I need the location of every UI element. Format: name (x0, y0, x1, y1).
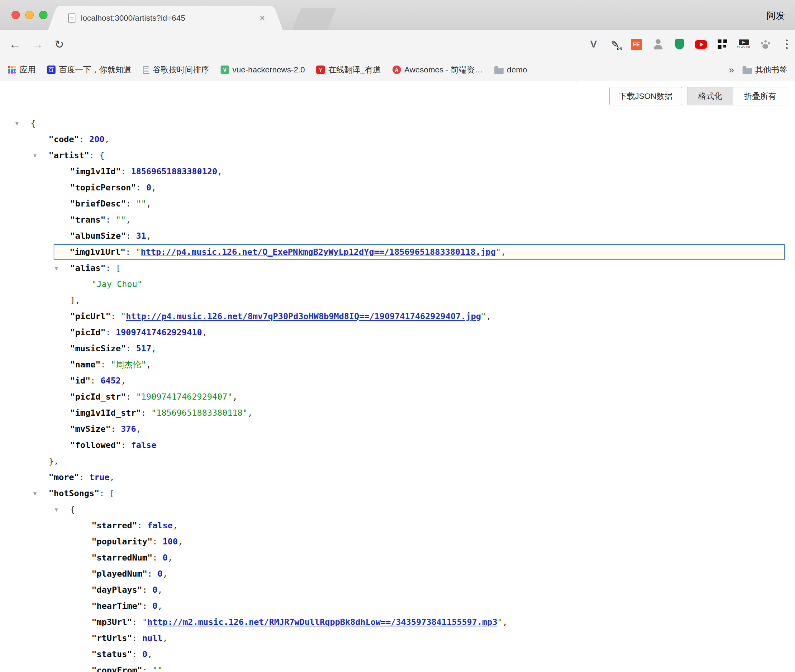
download-json-button[interactable]: 下载JSON数据 (609, 87, 682, 105)
json-line: "briefDesc": "", (0, 196, 795, 212)
active-tab[interactable]: localhost:3000/artists?id=645 × (58, 6, 273, 30)
collapse-toggle[interactable]: ▼ (33, 485, 36, 502)
json-line: "status": 0, (0, 646, 795, 662)
collapse-toggle[interactable]: ▼ (55, 260, 58, 276)
json-number: 100 (162, 537, 178, 546)
tab-close-button[interactable]: × (260, 13, 265, 23)
json-key: "followed" (70, 440, 121, 450)
json-punct: , (173, 521, 178, 530)
view-mode-segmented: 格式化 折叠所有 (687, 87, 787, 105)
json-line: "img1v1Id": 18569651883380120, (0, 164, 795, 180)
fe-icon[interactable]: FE (628, 36, 645, 53)
json-line: "mvSize": 376, (0, 421, 795, 437)
profile-name[interactable]: 阿发 (767, 10, 785, 22)
collapse-toggle[interactable]: ▼ (55, 502, 58, 518)
paw-icon[interactable] (757, 36, 774, 53)
json-string: "" (136, 199, 146, 208)
json-punct: : (126, 392, 136, 402)
person-icon[interactable] (649, 36, 666, 53)
new-tab-button[interactable] (292, 8, 336, 30)
json-url-link[interactable]: http://p4.music.126.net/8mv7qP30Pd3oHW8b… (126, 311, 481, 321)
browser-menu-button[interactable] (778, 36, 795, 53)
json-punct: , (202, 328, 207, 337)
json-url-link[interactable]: http://p4.music.126.net/Q_ExePNkmgB2yWyL… (141, 247, 496, 257)
json-number: 0 (157, 569, 162, 579)
json-key: "dayPlays" (92, 585, 142, 595)
bookmark-demo[interactable]: demo (494, 65, 527, 74)
json-number: 200 (89, 134, 105, 144)
bookmarks-overflow-button[interactable]: » (729, 64, 734, 75)
qrcode-icon[interactable] (714, 36, 731, 53)
json-key: "hearTime" (92, 601, 142, 611)
json-number: 19097417462929410 (116, 328, 202, 337)
bookmark-vue-hackernews[interactable]: Vvue-hackernews-2.0 (221, 65, 305, 74)
json-line: ▼{ (0, 502, 795, 518)
json-line: "hearTime": 0, (0, 598, 795, 614)
json-string: "18569651883380118" (151, 408, 248, 418)
bookmark-baidu[interactable]: 百百度一下，你就知道 (47, 64, 131, 75)
json-punct: : [ (99, 488, 115, 498)
bookmark-label: 其他书签 (755, 64, 787, 75)
translate-icon[interactable]: ✎en (607, 36, 623, 53)
collapse-all-button[interactable]: 折叠所有 (733, 87, 787, 105)
json-punct: : { (89, 151, 105, 160)
json-line: "followed": false (0, 437, 795, 453)
bookmark-label: 应用 (20, 64, 36, 75)
json-punct: : (132, 633, 142, 643)
json-quote: " (136, 247, 141, 257)
json-line: "starred": false, (0, 518, 795, 534)
minimize-window-button[interactable] (25, 11, 34, 19)
extensions-area: V✎enFE▶PLAYER (581, 30, 795, 59)
vimium-icon[interactable]: V (585, 36, 602, 53)
json-line: }, (0, 453, 795, 469)
json-punct: , (105, 134, 110, 144)
json-key: "playedNum" (92, 569, 147, 579)
bookmark-apps[interactable]: 应用 (8, 64, 36, 75)
json-line: "playedNum": 0, (0, 566, 795, 582)
json-punct: , (502, 617, 507, 627)
json-line: "name": "周杰伦", (0, 357, 795, 373)
bookmark-awesomes[interactable]: AAwesomes - 前端资… (393, 64, 483, 75)
collapse-toggle[interactable]: ▼ (15, 115, 18, 131)
json-key: "trans" (70, 215, 106, 225)
json-punct: : (126, 231, 136, 241)
json-punct: : (79, 134, 89, 144)
youtube-icon[interactable] (692, 36, 709, 53)
json-quote: " (121, 311, 126, 321)
json-punct: : (106, 328, 116, 337)
json-url-link[interactable]: http://m2.music.126.net/RMJR7wDullRqppBk… (147, 617, 497, 627)
back-button[interactable]: ← (7, 37, 23, 51)
bookmark-google-sort[interactable]: 谷歌按时间排序 (143, 64, 209, 75)
browser-toolbar: ← → ↻ i localhost:3000/artists?id=6452 ☆… (0, 30, 795, 59)
json-punct: , (146, 231, 151, 241)
json-punct: : (152, 553, 163, 562)
bookmarks-bar: 应用百百度一下，你就知道谷歌按时间排序Vvue-hackernews-2.0Y在… (0, 59, 795, 81)
format-button[interactable]: 格式化 (687, 87, 733, 105)
json-number: 18569651883380120 (131, 167, 217, 176)
json-punct: : (106, 215, 116, 225)
json-punct: , (151, 344, 156, 353)
other-bookmarks-folder[interactable]: 其他书签 (743, 64, 787, 75)
shield-icon[interactable] (671, 36, 688, 53)
reload-button[interactable]: ↻ (51, 38, 67, 51)
collapse-toggle[interactable]: ▼ (33, 148, 36, 164)
json-line: "dayPlays": 0, (0, 582, 795, 598)
json-string: "Jay Chou" (92, 279, 142, 289)
vimium-glyph: V (590, 38, 597, 50)
json-key: "img1v1Id_str" (70, 408, 141, 418)
awesomes-icon: A (393, 66, 401, 74)
page-content: 下载JSON数据 格式化 折叠所有 ▼{"code": 200,▼"artist… (0, 82, 795, 672)
bookmark-label: 百度一下，你就知道 (59, 64, 131, 75)
close-window-button[interactable] (11, 11, 20, 19)
player-icon[interactable]: ▶PLAYER (735, 36, 752, 53)
json-punct: , (157, 585, 162, 595)
bookmark-youdao[interactable]: Y在线翻译_有道 (316, 64, 381, 75)
json-punct: : (121, 167, 131, 176)
extensions-row: V✎enFE▶PLAYER (581, 36, 778, 53)
doc-icon (143, 66, 149, 74)
json-punct: : (111, 311, 121, 321)
json-key: "mvSize" (70, 424, 111, 434)
bookmarks-list: 应用百百度一下，你就知道谷歌按时间排序Vvue-hackernews-2.0Y在… (8, 64, 527, 75)
fullscreen-window-button[interactable] (39, 11, 47, 19)
json-punct: , (151, 183, 156, 192)
